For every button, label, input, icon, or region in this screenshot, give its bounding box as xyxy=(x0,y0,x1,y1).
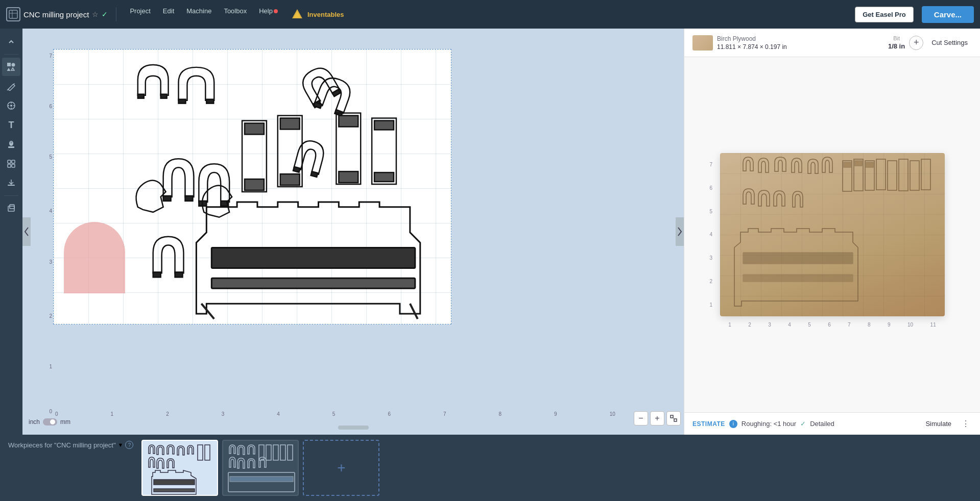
shapes-tool[interactable] xyxy=(2,58,20,76)
toolbar-divider-2 xyxy=(4,195,18,196)
preview-board xyxy=(720,153,945,316)
svg-line-29 xyxy=(410,304,418,319)
left-toolbar: T xyxy=(0,29,22,435)
svg-rect-51 xyxy=(185,196,193,201)
estimate-bar: ESTIMATE i Roughing: <1 hour ✓ Detailed … xyxy=(684,412,980,435)
svg-rect-39 xyxy=(245,123,264,134)
circle-target-tool[interactable] xyxy=(2,96,20,115)
collapse-toolbar-button[interactable] xyxy=(2,33,20,51)
workpiece-add-button[interactable]: + xyxy=(303,440,379,496)
bit-info: Bit 1/8 in xyxy=(888,35,905,50)
svg-rect-54 xyxy=(153,272,161,277)
apps-tool[interactable] xyxy=(2,155,20,173)
preview-x-ruler: 1234567891011 xyxy=(720,322,945,328)
thumb2-svg xyxy=(223,441,299,496)
svg-rect-31 xyxy=(161,94,167,98)
canvas-area[interactable]: 7 6 5 4 3 2 1 0 0 1 2 3 4 5 6 7 8 9 10 1… xyxy=(22,29,684,435)
panel-header: Birch Plywood 11.811 × 7.874 × 0.197 in … xyxy=(684,29,980,57)
units-toggle-container: inch mm xyxy=(29,418,70,425)
x-ruler: 0 1 2 3 4 5 6 7 8 9 10 11 xyxy=(53,411,674,418)
get-easel-pro-button[interactable]: Get Easel Pro xyxy=(855,7,914,22)
svg-line-28 xyxy=(201,304,214,319)
svg-point-6 xyxy=(12,63,15,67)
preview-area: 1234567891011 7654321 xyxy=(684,57,980,412)
y-ruler: 7 6 5 4 3 2 1 0 xyxy=(46,53,53,414)
units-toggle[interactable] xyxy=(43,418,57,425)
svg-rect-43 xyxy=(280,174,300,185)
svg-rect-50 xyxy=(163,196,171,201)
zoom-in-button[interactable]: + xyxy=(650,411,664,425)
material-info: Birch Plywood 11.811 × 7.874 × 0.197 in xyxy=(717,35,884,51)
text-tool[interactable]: T xyxy=(2,116,20,134)
menu-edit[interactable]: Edit xyxy=(158,4,179,24)
svg-rect-71 xyxy=(855,161,862,166)
menu-help[interactable]: Help xyxy=(254,4,283,24)
menu-machine[interactable]: Machine xyxy=(181,4,217,24)
svg-rect-83 xyxy=(288,445,293,460)
pen-tool[interactable] xyxy=(2,77,20,95)
horizontal-scrollbar[interactable] xyxy=(338,425,369,430)
svg-rect-49 xyxy=(374,172,394,182)
favorite-star-icon[interactable]: ☆ xyxy=(92,10,99,18)
canvas-expand-left[interactable] xyxy=(22,217,31,246)
svg-rect-56 xyxy=(293,167,300,172)
image-tool[interactable] xyxy=(2,135,20,154)
svg-rect-55 xyxy=(175,272,183,277)
bit-label: Bit xyxy=(893,35,900,41)
svg-rect-82 xyxy=(280,445,285,460)
svg-rect-73 xyxy=(743,253,853,264)
zoom-controls: − + xyxy=(634,411,681,425)
svg-rect-61 xyxy=(720,153,945,316)
material-thumbnail xyxy=(692,35,713,51)
menu-inventables[interactable]: Inventables xyxy=(285,4,349,24)
estimate-check-icon: ✓ xyxy=(800,420,806,428)
import-tool[interactable] xyxy=(2,174,20,192)
project-title: CNC milling project xyxy=(23,10,89,19)
workpiece-thumb-2[interactable] xyxy=(222,440,299,496)
material-dims: 11.811 × 7.874 × 0.197 in xyxy=(717,43,884,51)
bit-size: 1/8 in xyxy=(888,42,905,50)
svg-rect-72 xyxy=(866,162,873,167)
cut-settings-button[interactable]: Cut Settings xyxy=(927,37,972,48)
svg-rect-42 xyxy=(280,118,300,130)
svg-rect-40 xyxy=(245,179,264,190)
logo-icon xyxy=(6,7,20,21)
inch-label: inch xyxy=(29,418,40,425)
estimate-roughing-text: Roughing: <1 hour xyxy=(742,420,796,428)
zoom-out-button[interactable]: − xyxy=(634,411,648,425)
svg-rect-75 xyxy=(198,445,203,460)
svg-rect-76 xyxy=(205,445,210,460)
canvas-expand-right[interactable] xyxy=(676,217,684,246)
add-workpiece-icon: + xyxy=(337,460,345,476)
svg-rect-27 xyxy=(211,278,415,288)
preview-cnc-svg xyxy=(720,153,945,316)
workpiece-thumb-1[interactable] xyxy=(141,440,218,496)
zoom-fit-button[interactable] xyxy=(666,411,681,425)
svg-line-9 xyxy=(7,89,8,90)
svg-rect-0 xyxy=(9,10,17,18)
svg-rect-85 xyxy=(230,477,293,482)
app-logo: CNC milling project ☆ ✓ xyxy=(6,7,108,21)
svg-rect-19 xyxy=(8,160,11,163)
svg-rect-80 xyxy=(266,445,271,460)
save-check-icon: ✓ xyxy=(102,10,108,18)
menu-project[interactable]: Project xyxy=(125,4,155,24)
carve-button[interactable]: Carve... xyxy=(922,6,974,23)
estimate-info-icon[interactable]: i xyxy=(729,420,737,428)
svg-rect-23 xyxy=(8,185,15,186)
svg-rect-21 xyxy=(8,164,11,167)
3d-tool[interactable] xyxy=(2,199,20,217)
inventables-logo: Inventables xyxy=(290,7,344,21)
estimate-more-menu[interactable]: ⋮ xyxy=(960,418,972,430)
workpieces-chevron[interactable]: ▼ xyxy=(118,442,124,448)
svg-point-17 xyxy=(10,141,12,144)
simulate-button[interactable]: Simulate xyxy=(921,418,955,430)
toolbar-divider xyxy=(4,54,18,55)
workpieces-help-icon[interactable]: ? xyxy=(125,441,133,449)
design-canvas[interactable] xyxy=(53,49,451,324)
add-button[interactable]: + xyxy=(909,36,923,50)
workpiece-thumbnails: + xyxy=(141,440,379,496)
topnav: CNC milling project ☆ ✓ Project Edit Mac… xyxy=(0,0,980,29)
menu-toolbox[interactable]: Toolbox xyxy=(219,4,252,24)
nav-divider xyxy=(116,7,116,21)
